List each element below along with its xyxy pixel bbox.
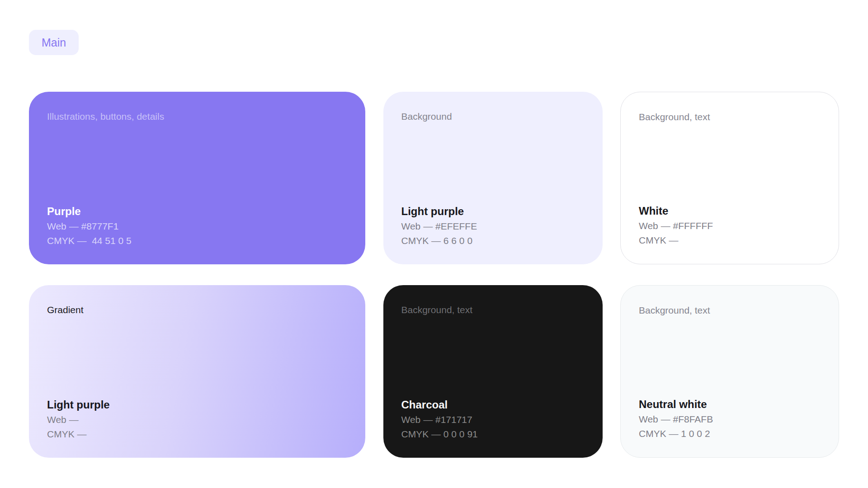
color-card-white: Background, text White Web — #FFFFFF CMY… <box>620 92 839 264</box>
card-info: Light purple Web — #EFEFFE CMYK — 6 6 0 … <box>401 204 585 248</box>
card-cmyk-value: CMYK — <box>639 233 821 248</box>
card-web-value: Web — #171717 <box>401 413 585 427</box>
card-color-name: Charcoal <box>401 397 585 413</box>
card-color-name: White <box>639 203 821 219</box>
card-info: Neutral white Web — #F8FAFB CMYK — 1 0 0… <box>639 397 821 441</box>
color-card-light-purple: Background Light purple Web — #EFEFFE CM… <box>383 92 603 264</box>
color-card-neutral-white: Background, text Neutral white Web — #F8… <box>620 285 839 458</box>
card-cmyk-value: CMYK — 44 51 0 5 <box>47 234 347 248</box>
card-color-name: Neutral white <box>639 397 821 412</box>
card-cmyk-value: CMYK — 0 0 0 91 <box>401 427 585 441</box>
card-web-value: Web — <box>47 413 347 427</box>
card-web-value: Web — #F8FAFB <box>639 412 821 427</box>
card-web-value: Web — #8777F1 <box>47 219 347 234</box>
card-usage-label: Background, text <box>639 111 821 123</box>
card-usage-label: Background, text <box>401 304 585 316</box>
card-color-name: Light purple <box>47 397 347 413</box>
color-palette-grid: Illustrations, buttons, details Purple W… <box>29 92 839 458</box>
color-card-purple: Illustrations, buttons, details Purple W… <box>29 92 365 264</box>
card-web-value: Web — #FFFFFF <box>639 219 821 233</box>
card-info: Charcoal Web — #171717 CMYK — 0 0 0 91 <box>401 397 585 441</box>
card-web-value: Web — #EFEFFE <box>401 219 585 234</box>
tab-main[interactable]: Main <box>29 30 79 55</box>
card-usage-label: Illustrations, buttons, details <box>47 111 347 122</box>
card-usage-label: Background, text <box>639 305 821 316</box>
card-cmyk-value: CMYK — <box>47 427 347 441</box>
color-card-charcoal: Background, text Charcoal Web — #171717 … <box>383 285 603 458</box>
card-usage-label: Gradient <box>47 304 347 316</box>
card-cmyk-value: CMYK — 1 0 0 2 <box>639 427 821 441</box>
card-usage-label: Background <box>401 111 585 122</box>
card-cmyk-value: CMYK — 6 6 0 0 <box>401 234 585 248</box>
card-info: Purple Web — #8777F1 CMYK — 44 51 0 5 <box>47 204 347 248</box>
card-info: Light purple Web — CMYK — <box>47 397 347 441</box>
card-color-name: Light purple <box>401 204 585 219</box>
card-info: White Web — #FFFFFF CMYK — <box>639 203 821 248</box>
card-color-name: Purple <box>47 204 347 219</box>
color-card-gradient: Gradient Light purple Web — CMYK — <box>29 285 365 458</box>
